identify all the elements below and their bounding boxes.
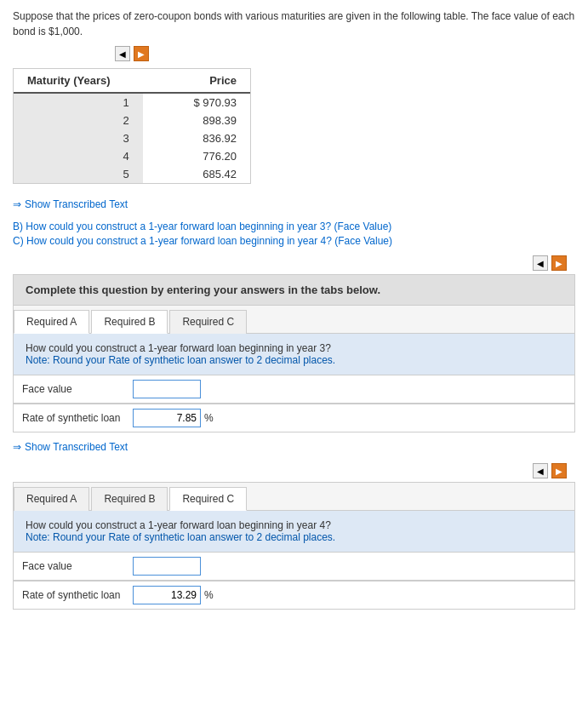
panel2-rate-row: Rate of synthetic loan % [14,581,574,609]
answer-panel-1: Complete this question by entering your … [13,274,575,432]
panel1-header: Complete this question by entering your … [14,275,574,306]
panel1-tab-required-b[interactable]: Required B [91,310,168,334]
price-header: Price [143,69,250,93]
page: Suppose that the prices of zero-coupon b… [0,0,588,627]
maturity-header: Maturity (Years) [14,69,143,93]
panel2-tabs-row: Required A Required B Required C [14,483,574,511]
panel1-face-value-input-container [133,380,201,398]
panel2-rate-unit: % [204,589,214,601]
panel2-question-box: How could you construct a 1-year forward… [14,511,574,553]
bond-table: Maturity (Years) Price 1$ 970.932898.393… [14,69,250,183]
panel2-rate-label: Rate of synthetic loan [22,589,133,601]
panel2-rate-input[interactable] [133,586,201,604]
toolbar1-next-btn[interactable]: ▶ [134,46,149,61]
panel2-question-main: How could you construct a 1-year forward… [26,519,562,531]
panel1-rate-label: Rate of synthetic loan [22,412,133,424]
panel1-rate-input-container: % [133,409,214,427]
panel2-face-value-row: Face value [14,553,574,581]
panel2-face-value-label: Face value [22,560,133,572]
price-cell: 685.42 [143,165,250,183]
toolbar2-next-btn[interactable]: ▶ [551,255,567,271]
show-transcribed-1[interactable]: Show Transcribed Text [13,198,575,210]
question-b: B) How could you construct a 1-year forw… [13,221,575,232]
toolbar-2: ◀ ▶ [13,255,575,271]
panel1-rate-row: Rate of synthetic loan % [14,404,574,432]
intro-text: Suppose that the prices of zero-coupon b… [13,9,575,39]
panel2-tab-required-a[interactable]: Required A [14,487,89,511]
toolbar2-prev-btn[interactable]: ◀ [533,255,548,271]
panel2-answer-fields: Face value Rate of synthetic loan % [14,553,574,609]
panel2-tab-required-c[interactable]: Required C [169,487,247,511]
price-cell: 776.20 [143,147,250,165]
panel1-question-main: How could you construct a 1-year forward… [26,342,562,354]
panel1-tab-required-c[interactable]: Required C [169,310,247,334]
table-row: 4 [14,147,143,165]
panel1-question-box: How could you construct a 1-year forward… [14,334,574,375]
panel1-answer-fields: Face value Rate of synthetic loan % [14,375,574,432]
price-cell: $ 970.93 [143,93,250,112]
toolbar3-prev-btn[interactable]: ◀ [533,463,548,478]
toolbar1-prev-btn[interactable]: ◀ [115,46,130,61]
question-c: C) How could you construct a 1-year forw… [13,235,575,247]
toolbar-3: ◀ ▶ [13,463,575,478]
panel2-face-value-input-container [133,557,201,576]
bond-table-container: Maturity (Years) Price 1$ 970.932898.393… [13,68,251,184]
panel2-question-note: Note: Round your Rate of synthetic loan … [26,531,562,543]
toolbar3-next-btn[interactable]: ▶ [551,463,567,478]
questions-section: B) How could you construct a 1-year forw… [13,221,575,247]
panel1-rate-unit: % [204,412,214,424]
panel1-question-note: Note: Round your Rate of synthetic loan … [26,354,562,366]
price-cell: 898.39 [143,112,250,129]
panel1-tabs-row: Required A Required B Required C [14,306,574,334]
answer-panel-2: Required A Required B Required C How cou… [13,482,575,610]
panel2-rate-input-container: % [133,586,214,604]
panel1-face-value-row: Face value [14,375,574,404]
price-cell: 836.92 [143,129,250,147]
panel1-tab-required-a[interactable]: Required A [14,310,89,334]
table-row: 1 [14,93,143,112]
table-row: 5 [14,165,143,183]
panel1-face-value-input[interactable] [133,380,201,398]
toolbar-1: ◀ ▶ [115,46,575,61]
table-row: 3 [14,129,143,147]
show-transcribed-2[interactable]: Show Transcribed Text [13,441,575,453]
table-row: 2 [14,112,143,129]
panel1-face-value-label: Face value [22,383,133,395]
panel2-tab-required-b[interactable]: Required B [91,487,168,511]
panel1-rate-input[interactable] [133,409,201,427]
panel2-face-value-input[interactable] [133,557,201,576]
